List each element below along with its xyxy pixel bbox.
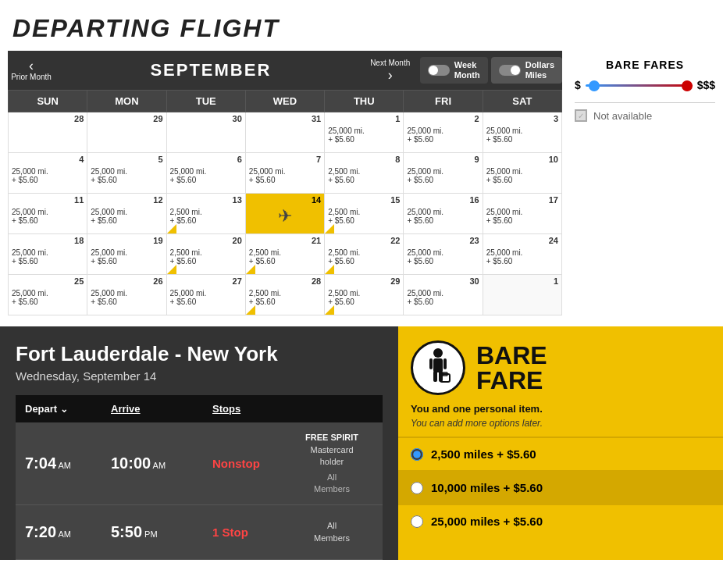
calendar-cell[interactable]: 29	[87, 112, 166, 153]
bare-fare-title: BARE FARE	[476, 343, 547, 393]
calendar-cell[interactable]: 925,000 mi.+ $5.60	[404, 153, 483, 194]
col-stops-header[interactable]: Stops	[212, 403, 290, 415]
fare-option-1[interactable]: 2,500 miles + $5.60	[398, 437, 723, 470]
calendar-cell[interactable]: 1925,000 mi.+ $5.60	[87, 234, 166, 275]
dollars-miles-toggle[interactable]: DollarsMiles	[491, 57, 562, 84]
flight-table-header: Depart ⌄ Arrive Stops	[16, 395, 383, 422]
calendar-cell[interactable]: 28	[9, 112, 87, 153]
flight-1-depart: 7:04 AM	[25, 454, 111, 472]
flight-route: Fort Lauderdale - New York	[16, 342, 383, 366]
cal-day-header-thu: THU	[325, 91, 404, 112]
calendar-cell[interactable]: 1725,000 mi.+ $5.60	[483, 194, 561, 234]
calendar-cell[interactable]: 2625,000 mi.+ $5.60	[87, 275, 166, 315]
calendar-cell[interactable]: 1225,000 mi.+ $5.60	[87, 194, 166, 234]
col-arrive-header[interactable]: Arrive	[111, 403, 212, 415]
calendar-cell[interactable]: 132,500 mi.+ $5.60	[166, 194, 245, 234]
cal-day-header-sat: SAT	[483, 91, 561, 112]
calendar-cell[interactable]: 2725,000 mi.+ $5.60	[166, 275, 245, 315]
fare-radio-2[interactable]	[411, 482, 423, 494]
calendar-cell[interactable]: 152,500 mi.+ $5.60	[325, 194, 404, 234]
legend-dollar-high: $$$	[697, 79, 715, 91]
legend-dollar-low: $	[575, 79, 581, 91]
flight-section: Fort Lauderdale - New York Wednesday, Se…	[0, 326, 723, 560]
fare-radio-3[interactable]	[411, 515, 423, 528]
calendar-cell[interactable]: 1825,000 mi.+ $5.60	[9, 234, 87, 275]
next-month-button[interactable]: Next Month ›	[367, 59, 414, 82]
fare-option-2-label: 10,000 miles + $5.60	[431, 481, 543, 494]
fare-radio-1[interactable]	[411, 448, 423, 461]
calendar-cell[interactable]: 225,000 mi.+ $5.60	[404, 112, 483, 153]
flight-2-stops: 1 Stop	[212, 526, 290, 539]
prev-month-label: Prior Month	[11, 73, 52, 82]
calendar-cell[interactable]: 31	[245, 112, 324, 153]
calendar-cell[interactable]: 14✈	[245, 194, 324, 234]
dollars-miles-label: DollarsMiles	[525, 60, 554, 80]
calendar-cell[interactable]: 1625,000 mi.+ $5.60	[404, 194, 483, 234]
week-month-toggle[interactable]: WeekMonth	[420, 57, 488, 84]
bare-fare-panel: BARE FARE You and one personal item. You…	[398, 326, 723, 560]
flight-2-depart: 7:20 AM	[25, 523, 111, 541]
svg-rect-2	[429, 358, 433, 369]
calendar-cell[interactable]: 1125,000 mi.+ $5.60	[9, 194, 87, 234]
calendar-nav: ‹ Prior Month SEPTEMBER Next Month › Wee…	[8, 51, 562, 90]
calendar-cell[interactable]: 3025,000 mi.+ $5.60	[404, 275, 483, 315]
calendar-legend: BARE FARES $ $$$ ✓ Not available	[575, 51, 715, 315]
calendar-cell[interactable]: 125,000 mi.+ $5.60	[325, 112, 404, 153]
cal-day-header-wed: WED	[245, 91, 324, 112]
calendar: ‹ Prior Month SEPTEMBER Next Month › Wee…	[8, 51, 562, 315]
cal-day-header-sun: SUN	[9, 91, 87, 112]
fare-slider-track[interactable]	[586, 84, 693, 87]
calendar-cell[interactable]: 222,500 mi.+ $5.60	[325, 234, 404, 275]
calendar-cell[interactable]: 625,000 mi.+ $5.60	[166, 153, 245, 194]
cal-day-header-mon: MON	[87, 91, 166, 112]
svg-rect-4	[433, 371, 437, 382]
calendar-cell[interactable]: 525,000 mi.+ $5.60	[87, 153, 166, 194]
na-label: Not available	[593, 110, 652, 122]
flight-1-stops: Nonstop	[212, 457, 290, 470]
calendar-cell[interactable]: 2325,000 mi.+ $5.60	[404, 234, 483, 275]
calendar-cell[interactable]: 282,500 mi.+ $5.60	[245, 275, 324, 315]
legend-title: BARE FARES	[575, 59, 715, 71]
calendar-cell[interactable]: 82,500 mi.+ $5.60	[325, 153, 404, 194]
calendar-cell[interactable]: 292,500 mi.+ $5.60	[325, 275, 404, 315]
svg-point-0	[433, 348, 443, 358]
slider-dot-blue	[589, 80, 600, 91]
toggle-row: WeekMonth DollarsMiles	[420, 57, 562, 84]
flight-1-arrive: 10:00 AM	[111, 454, 212, 472]
calendar-cell[interactable]: 725,000 mi.+ $5.60	[245, 153, 324, 194]
prev-month-button[interactable]: ‹ Prior Month	[8, 59, 55, 82]
fare-option-2[interactable]: 10,000 miles + $5.60	[398, 470, 723, 504]
calendar-cell[interactable]: 2425,000 mi.+ $5.60	[483, 234, 561, 275]
flight-row-1[interactable]: 7:04 AM 10:00 AM Nonstop FREE SPIRIT Mas…	[16, 422, 383, 505]
calendar-table: SUNMONTUEWEDTHUFRISAT 28293031125,000 mi…	[8, 90, 562, 315]
svg-rect-3	[443, 358, 447, 369]
calendar-cell[interactable]: 2525,000 mi.+ $5.60	[9, 275, 87, 315]
calendar-cell[interactable]: 30	[166, 112, 245, 153]
flight-2-member: All Members	[290, 520, 373, 544]
calendar-cell[interactable]: 1025,000 mi.+ $5.60	[483, 153, 561, 194]
flight-2-arrive: 5:50 PM	[111, 523, 212, 541]
calendar-cell[interactable]: 1	[483, 275, 561, 315]
bare-fare-header: BARE FARE	[398, 326, 723, 403]
calendar-cell[interactable]: 202,500 mi.+ $5.60	[166, 234, 245, 275]
cal-day-header-fri: FRI	[404, 91, 483, 112]
legend-na: ✓ Not available	[575, 109, 715, 122]
calendar-cell[interactable]: 212,500 mi.+ $5.60	[245, 234, 324, 275]
page-title: DEPARTING FLIGHT	[0, 0, 723, 51]
fare-option-1-label: 2,500 miles + $5.60	[431, 447, 536, 461]
flight-row-2[interactable]: 7:20 AM 5:50 PM 1 Stop All Members	[16, 505, 383, 560]
slider-dot-red	[682, 80, 693, 91]
col-depart-header[interactable]: Depart ⌄	[25, 403, 111, 415]
legend-slider: $ $$$	[575, 79, 715, 91]
flight-date: Wednesday, September 14	[16, 369, 383, 383]
bare-fare-subtitle: You and one personal item.	[398, 403, 723, 418]
calendar-cell[interactable]: 425,000 mi.+ $5.60	[9, 153, 87, 194]
calendar-month-label: SEPTEMBER	[55, 60, 367, 80]
calendar-cell[interactable]: 325,000 mi.+ $5.60	[483, 112, 561, 153]
week-month-label: WeekMonth	[454, 60, 480, 80]
cal-day-header-tue: TUE	[166, 91, 245, 112]
fare-option-3[interactable]: 25,000 miles + $5.60	[398, 504, 723, 537]
na-box: ✓	[575, 109, 587, 122]
flight-1-member: FREE SPIRIT Mastercard holder All Member…	[290, 432, 373, 495]
legend-divider	[575, 102, 715, 103]
